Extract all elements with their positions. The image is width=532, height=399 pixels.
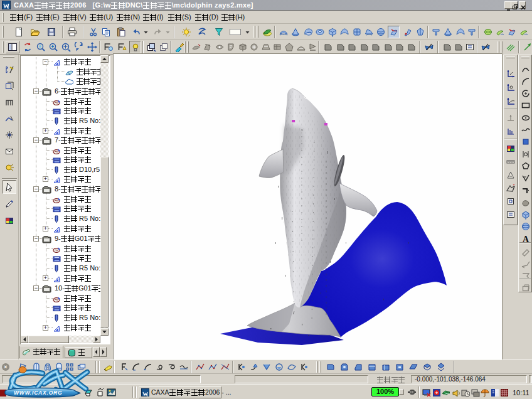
- svg-text:WWW.ICAX.ORG: WWW.ICAX.ORG: [14, 390, 62, 396]
